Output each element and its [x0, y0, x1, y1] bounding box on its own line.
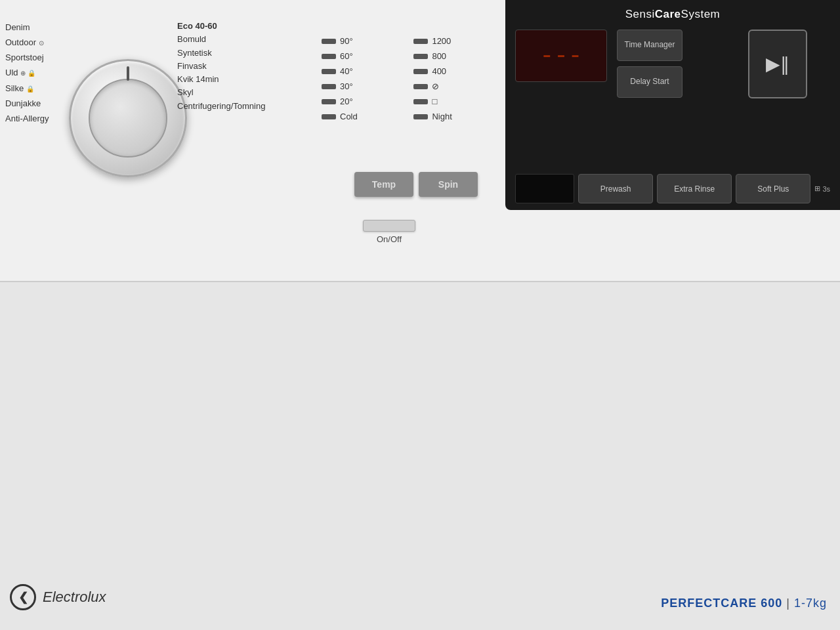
soft-plus-button[interactable]: Soft Plus: [736, 174, 810, 203]
dial-indicator: [127, 66, 129, 81]
spin-1200-label: 1200: [432, 36, 451, 46]
sensicare-left-buttons: Time Manager Delay Start: [617, 30, 682, 98]
temp-40-dot: [322, 69, 336, 74]
program-syntetisk: Syntetisk: [177, 47, 282, 60]
indicators-section: 90° 1200 60° 800 40° 400 30°: [322, 36, 499, 127]
electrolux-logo-symbol: ❮: [18, 590, 28, 604]
program-dial[interactable]: [69, 59, 187, 177]
program-anti-allergy: Anti-Allergy: [0, 112, 54, 127]
spin-box-dot: [413, 99, 428, 104]
program-finvask: Finvask: [177, 60, 282, 73]
spin-nospin-indicator: ⊘: [413, 81, 499, 91]
temp-90-indicator: 90°: [322, 36, 407, 46]
washer-lid: [0, 282, 840, 630]
electrolux-brand: ❮ Electrolux: [10, 584, 106, 610]
temp-40-label: 40°: [340, 66, 353, 76]
sensicare-panel: SensiCareSystem --- Time Manager Delay S…: [505, 0, 840, 210]
temp-60-indicator: 60°: [322, 51, 407, 61]
program-eco: Eco 40-60: [177, 20, 282, 33]
electrolux-name: Electrolux: [43, 589, 106, 606]
spin-800-dot: [413, 54, 428, 59]
sensicare-bottom-buttons: Prewash Extra Rinse Soft Plus ⊞ 3s: [505, 167, 840, 210]
temp-60-dot: [322, 54, 336, 59]
spin-box-indicator: □: [413, 96, 499, 106]
play-pause-icon: ▶‖: [766, 53, 789, 75]
spin-night-indicator: Night: [413, 112, 499, 121]
program-dunjakke: Dunjakke: [0, 96, 54, 111]
indicator-row-2: 60° 800: [322, 51, 499, 61]
extra-rinse-button[interactable]: Extra Rinse: [657, 174, 732, 203]
play-pause-button[interactable]: ▶‖: [748, 30, 807, 98]
spin-1200-indicator: 1200: [413, 36, 499, 46]
temp-60-label: 60°: [340, 51, 353, 61]
temp-cold-label: Cold: [340, 112, 358, 121]
program-skyl: Skyl: [177, 86, 282, 99]
electrolux-logo: ❮: [10, 584, 36, 610]
spin-button[interactable]: Spin: [419, 172, 478, 197]
timer-display: ⊞ 3s: [814, 184, 830, 193]
program-dial-container: [62, 20, 194, 217]
perfectcare-capacity: 1-7kg: [794, 597, 827, 610]
spin-400-indicator: 400: [413, 66, 499, 76]
prewash-button[interactable]: Prewash: [578, 174, 653, 203]
sensicare-display: ---: [515, 30, 607, 82]
temp-90-label: 90°: [340, 36, 353, 46]
indicator-row-1: 90° 1200: [322, 36, 499, 46]
sensicare-title-suffix: System: [681, 8, 721, 20]
left-program-labels: Denim Outdoor ⊙ Sportstoej Uld ⊕ 🔒 Silke…: [0, 20, 54, 127]
sensicare-title-light: Sensi: [625, 8, 655, 20]
onoff-label: On/Off: [377, 234, 402, 244]
temp-30-label: 30°: [340, 81, 353, 91]
program-bomuld: Bomuld: [177, 33, 282, 46]
program-denim: Denim: [0, 20, 54, 35]
perfectcare-name: PERFECTCARE 600: [661, 597, 782, 610]
spin-nospin-dot: [413, 84, 428, 89]
perfectcare-separator: |: [786, 597, 794, 610]
onoff-section: On/Off: [363, 220, 415, 244]
sensicare-title: SensiCareSystem: [505, 0, 840, 26]
program-kvik: Kvik 14min: [177, 73, 282, 86]
onoff-button[interactable]: [363, 220, 415, 232]
temp-30-dot: [322, 84, 336, 89]
temp-cold-dot: [322, 114, 336, 119]
temp-spin-section: Temp Spin: [354, 172, 478, 197]
temp-20-label: 20°: [340, 96, 353, 106]
program-centrifugering: Centrifugering/Tomning: [177, 100, 282, 113]
indicator-row-5: 20° □: [322, 96, 499, 106]
spin-800-indicator: 800: [413, 51, 499, 61]
small-display-left: [515, 174, 574, 203]
spin-400-label: 400: [432, 66, 446, 76]
indicator-row-4: 30° ⊘: [322, 81, 499, 91]
dial-inner: [89, 79, 167, 158]
temp-40-indicator: 40°: [322, 66, 407, 76]
time-manager-button[interactable]: Time Manager: [617, 30, 682, 61]
temp-cold-indicator: Cold: [322, 112, 407, 121]
program-silke: Silke 🔒: [0, 81, 54, 96]
temp-button[interactable]: Temp: [354, 172, 413, 197]
perfectcare-brand: PERFECTCARE 600 | 1-7kg: [661, 597, 827, 610]
indicator-row-3: 40° 400: [322, 66, 499, 76]
program-uld: Uld ⊕ 🔒: [0, 66, 54, 81]
indicator-row-6: Cold Night: [322, 112, 499, 121]
timer-label: 3s: [822, 185, 830, 193]
temp-30-indicator: 30°: [322, 81, 407, 91]
spin-box-label: □: [432, 96, 437, 106]
display-digits: ---: [540, 43, 583, 70]
timer-icon: ⊞: [814, 184, 820, 193]
temp-90-dot: [322, 39, 336, 44]
spin-nospin-label: ⊘: [432, 81, 439, 91]
temp-20-dot: [322, 99, 336, 104]
spin-night-label: Night: [432, 112, 452, 121]
spin-400-dot: [413, 69, 428, 74]
program-sportstoej: Sportstoej: [0, 51, 54, 66]
spin-800-label: 800: [432, 51, 446, 61]
program-outdoor: Outdoor ⊙: [0, 35, 54, 50]
temp-20-indicator: 20°: [322, 96, 407, 106]
sensicare-title-bold: Care: [655, 8, 681, 20]
spin-night-dot: [413, 114, 428, 119]
delay-start-button[interactable]: Delay Start: [617, 66, 682, 98]
right-program-labels: Eco 40-60 Bomuld Syntetisk Finvask Kvik …: [177, 20, 282, 113]
spin-1200-dot: [413, 39, 428, 44]
